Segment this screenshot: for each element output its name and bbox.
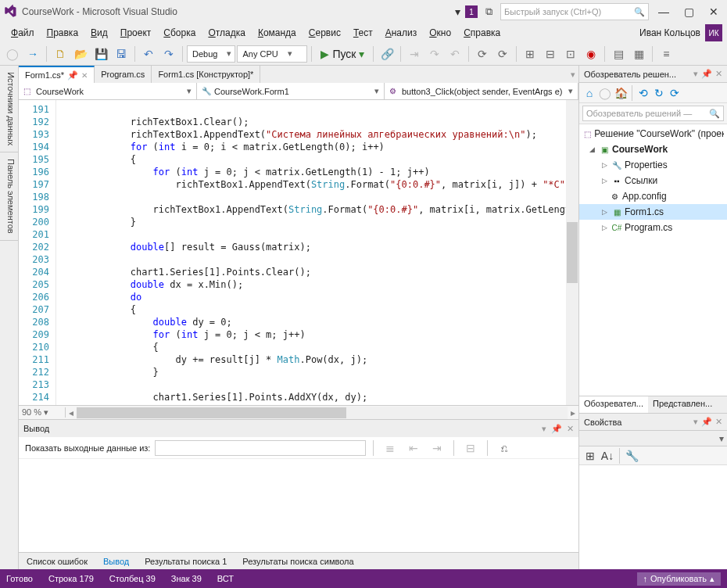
vertical-scrollbar[interactable] [566, 100, 578, 405]
t2-button[interactable]: ⊟ [541, 45, 560, 63]
t3-button[interactable]: ⊡ [561, 45, 580, 63]
output-source-combo[interactable] [155, 440, 366, 456]
t5-button[interactable]: ▤ [609, 45, 628, 63]
props-pin-icon[interactable]: 📌 [701, 417, 712, 427]
expand-icon[interactable]: ▷ [600, 161, 609, 169]
scroll-left-button[interactable]: ◂ [66, 407, 77, 418]
project-nav-combo[interactable]: ⬚CourseWork▾ [19, 83, 197, 99]
platform-combo[interactable]: Any CPU▾ [237, 45, 307, 63]
tree-program[interactable]: ▷C#Program.cs [579, 220, 727, 235]
menu-сборка[interactable]: Сборка [157, 25, 202, 41]
out-btn1[interactable]: ≣ [381, 439, 399, 457]
menu-проект[interactable]: Проект [114, 25, 158, 41]
menu-вид[interactable]: Вид [84, 25, 114, 41]
save-button[interactable]: 💾 [91, 45, 110, 63]
se-home-button[interactable]: ⌂ [582, 84, 596, 102]
flag-icon[interactable]: ▾ [455, 5, 460, 18]
output-dropdown-icon[interactable]: ▾ [542, 424, 546, 434]
se-close-icon[interactable]: ✕ [715, 69, 722, 79]
pin-icon[interactable]: 📌 [67, 70, 78, 81]
solution-search-input[interactable]: Обозреватель решений —🔍 [582, 106, 724, 121]
se-showall-button[interactable]: ⟳ [668, 84, 682, 102]
menu-команда[interactable]: Команда [252, 25, 303, 41]
step-out-button[interactable]: ↶ [446, 45, 464, 63]
bottom-tab-0[interactable]: Список ошибок [19, 554, 95, 568]
notification-badge[interactable]: 1 [465, 5, 478, 18]
user-avatar[interactable]: ИК [705, 24, 722, 41]
expand-icon[interactable]: ▷ [600, 208, 609, 216]
se-dropdown-icon[interactable]: ▾ [693, 69, 698, 79]
start-button[interactable]: ▶ Пуск ▾ [316, 45, 369, 63]
out-btn2[interactable]: ⇤ [404, 439, 423, 457]
browser-link-button[interactable]: 🔗 [378, 45, 396, 63]
redo-button[interactable]: ↷ [159, 45, 178, 63]
menu-правка[interactable]: Правка [41, 25, 85, 41]
expand-icon[interactable]: ▷ [600, 177, 609, 185]
class-nav-combo[interactable]: 🔧CourseWork.Form1▾ [197, 83, 385, 99]
feedback-icon[interactable]: ⧉ [485, 5, 492, 18]
tree-references[interactable]: ▷▪▪Ссылки [579, 173, 727, 188]
quick-launch-input[interactable]: Быстрый запуск (Ctrl+Q) 🔍 [500, 3, 649, 20]
nav-back-button[interactable]: ◯ [3, 45, 22, 63]
config-combo[interactable]: Debug▾ [187, 45, 235, 63]
bottom-tab-3[interactable]: Результаты поиска символа [235, 554, 361, 568]
menu-тест[interactable]: Тест [347, 25, 379, 41]
user-name[interactable]: Иван Кольцов [639, 27, 704, 38]
output-body[interactable] [19, 459, 578, 552]
nav-fwd-button[interactable]: → [23, 45, 42, 63]
zoom-combo[interactable]: 90 % ▾ [19, 407, 66, 418]
menu-анализ[interactable]: Анализ [379, 25, 424, 41]
output-pin-icon[interactable]: 📌 [551, 424, 562, 434]
tab-program-cs[interactable]: Program.cs [95, 66, 152, 83]
open-button[interactable]: 📂 [71, 45, 90, 63]
out-btn4[interactable]: ⊟ [461, 439, 480, 457]
close-button[interactable]: ✕ [704, 3, 724, 20]
se-tab-team[interactable]: Представлен... [648, 396, 717, 413]
properties-grid[interactable] [579, 465, 727, 569]
props-dropdown-icon[interactable]: ▾ [693, 417, 698, 427]
menu-справка[interactable]: Справка [457, 25, 507, 41]
se-refresh-button[interactable]: ↻ [652, 84, 666, 102]
step-into-button[interactable]: ⇥ [405, 45, 424, 63]
save-all-button[interactable]: 🖫 [112, 45, 131, 63]
close-icon[interactable]: ✕ [81, 71, 88, 80]
member-nav-combo[interactable]: ⚙button3_Click(object sender, EventArgs … [385, 83, 578, 99]
props-az-button[interactable]: A↓ [600, 446, 615, 465]
undo-button[interactable]: ↶ [139, 45, 158, 63]
expand-icon[interactable]: ▷ [600, 224, 609, 231]
horizontal-scrollbar[interactable] [77, 407, 568, 419]
t4-button[interactable]: ◉ [582, 45, 600, 63]
tree-appconfig[interactable]: ⚙App.config [579, 188, 727, 204]
menu-файл[interactable]: Файл [5, 25, 41, 41]
se-home2-button[interactable]: 🏠 [614, 84, 628, 102]
bottom-tab-2[interactable]: Результаты поиска 1 [137, 554, 235, 568]
ext2-button[interactable]: ⟳ [493, 45, 512, 63]
props-cat-button[interactable]: ⊞ [582, 446, 598, 465]
properties-object-combo[interactable]: ▾ [579, 431, 727, 446]
se-back-button[interactable]: ◯ [598, 84, 612, 102]
bottom-tab-1[interactable]: Вывод [95, 554, 137, 568]
menu-сервис[interactable]: Сервис [303, 25, 347, 41]
se-tab-explorer[interactable]: Обозревател... [579, 396, 648, 413]
toolbox-tab[interactable]: Панель элементов [0, 152, 18, 241]
ext1-button[interactable]: ⟳ [473, 45, 492, 63]
se-sync-button[interactable]: ⟲ [636, 84, 650, 102]
collapse-icon[interactable]: ◢ [587, 145, 596, 153]
se-pin-icon[interactable]: 📌 [701, 69, 712, 79]
tree-form1[interactable]: ▷▦Form1.cs [579, 204, 727, 220]
code-editor[interactable]: 191 192 193 194 195 196 197 198 199 200 … [19, 100, 578, 405]
out-btn5[interactable]: ⎌ [495, 439, 514, 457]
new-project-button[interactable]: 🗋 [51, 45, 70, 63]
datasources-tab[interactable]: Источники данных [0, 66, 18, 152]
tree-properties[interactable]: ▷🔧Properties [579, 157, 727, 173]
out-btn3[interactable]: ⇥ [428, 439, 446, 457]
output-close-icon[interactable]: ✕ [567, 424, 574, 434]
tree-project[interactable]: ◢▣CourseWork [579, 142, 727, 157]
step-over-button[interactable]: ↷ [425, 45, 444, 63]
props-events-button[interactable]: 🔧 [624, 446, 639, 465]
code-content[interactable]: richTextBox1.Clear(); richTextBox1.Appen… [56, 100, 566, 405]
scroll-right-button[interactable]: ▸ [568, 407, 578, 418]
tab-form1-cs[interactable]: Form1.cs*📌✕ [19, 66, 95, 83]
solution-tree[interactable]: ⬚Решение "CourseWork" (проект:1) ◢▣Cours… [579, 124, 727, 396]
tree-solution[interactable]: ⬚Решение "CourseWork" (проект:1) [579, 126, 727, 142]
